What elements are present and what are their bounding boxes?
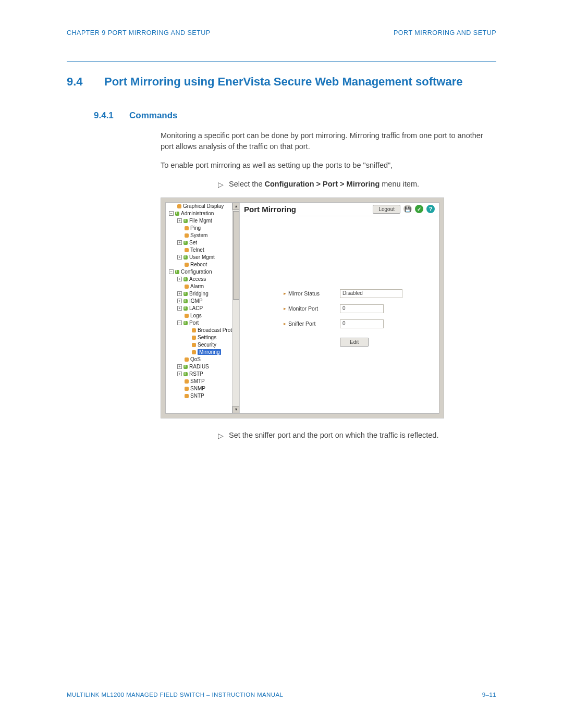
tree-item[interactable]: +Set: [166, 239, 239, 246]
tree-item[interactable]: Alarm: [166, 283, 239, 290]
arrow-icon: [185, 226, 189, 230]
panel-title: Port Mirroring: [244, 205, 296, 214]
subsection-title: Commands: [129, 110, 178, 121]
tree-item[interactable]: −Port: [166, 319, 239, 327]
tree-item[interactable]: Ping: [166, 225, 239, 232]
tree-item[interactable]: Security: [166, 341, 239, 349]
arrow-icon: [185, 233, 189, 238]
expand-icon[interactable]: +: [177, 255, 182, 260]
arrow-icon: [177, 204, 181, 208]
tree-item-label: Set: [189, 240, 197, 245]
tree-item-label: Reboot: [190, 262, 207, 267]
triangle-icon: ▷: [218, 179, 224, 190]
help-icon[interactable]: ?: [426, 205, 435, 213]
nav-tree[interactable]: Graphical Display−Administration+File Mg…: [166, 203, 240, 413]
value-sniffer-port[interactable]: 0: [340, 319, 384, 328]
arrow-icon: [185, 357, 189, 362]
tree-item[interactable]: +User Mgmt: [166, 254, 239, 261]
tree-item-label: RADIUS: [189, 364, 209, 369]
tree-item[interactable]: +Bridging: [166, 290, 239, 298]
tree-item[interactable]: Reboot: [166, 261, 239, 268]
expand-icon[interactable]: +: [177, 291, 182, 296]
tree-scrollbar[interactable]: ▴ ▾: [232, 203, 239, 413]
expand-icon[interactable]: +: [177, 372, 182, 376]
expand-icon[interactable]: +: [177, 277, 182, 281]
arrow-icon: [185, 314, 189, 318]
value-monitor-port[interactable]: 0: [340, 304, 384, 313]
scroll-up-icon[interactable]: ▴: [232, 203, 240, 210]
screenshot-panel: Graphical Display−Administration+File Mg…: [161, 198, 444, 418]
tree-item-label: Port: [189, 320, 199, 326]
tree-item-label: LACP: [189, 305, 203, 311]
info-icon: [183, 365, 188, 369]
expand-icon[interactable]: +: [177, 364, 182, 369]
tree-item-label: RSTP: [189, 371, 203, 377]
tree-item[interactable]: Logs: [166, 312, 239, 319]
expand-icon[interactable]: +: [177, 299, 182, 303]
tree-item[interactable]: System: [166, 232, 239, 239]
collapse-icon[interactable]: −: [169, 211, 174, 216]
tree-item-label: Logs: [190, 313, 202, 318]
arrow-icon: [192, 328, 196, 332]
tree-item[interactable]: +RADIUS: [166, 363, 239, 371]
value-mirror-status[interactable]: Disabled: [340, 289, 402, 298]
tree-item[interactable]: +File Mgmt: [166, 217, 239, 225]
tree-item[interactable]: −Administration: [166, 210, 239, 217]
info-icon: [183, 219, 188, 223]
tree-item-label: Telnet: [190, 247, 204, 253]
info-icon: [183, 306, 188, 311]
instruction-1-text: Select the Configuration > Port > Mirror…: [229, 179, 419, 190]
info-icon: [183, 292, 188, 296]
tree-item-label: IGMP: [189, 298, 203, 304]
tree-item-label: QoS: [190, 356, 201, 362]
tree-item[interactable]: +IGMP: [166, 298, 239, 305]
tree-item[interactable]: −Configuration: [166, 268, 239, 276]
triangle-icon: ▷: [218, 430, 224, 441]
tree-item-label: Settings: [198, 335, 216, 340]
tree-item[interactable]: Broadcast Protect: [166, 327, 239, 334]
logout-button[interactable]: Logout: [373, 205, 400, 214]
arrow-icon: [185, 379, 189, 384]
instruction-2-text: Set the sniffer port and the port on whi…: [229, 430, 438, 441]
tree-item-label: Access: [189, 276, 206, 282]
tree-item[interactable]: Settings: [166, 334, 239, 341]
tree-item[interactable]: +Access: [166, 276, 239, 283]
arrow-icon: [192, 350, 196, 354]
paragraph-1: Monitoring a specific port can be done b…: [161, 130, 496, 153]
header-left: CHAPTER 9 PORT MIRRORING AND SETUP: [67, 29, 211, 36]
mirroring-form: ▸Mirror Status Disabled ▸Monitor Port 0 …: [284, 289, 402, 347]
scroll-down-icon[interactable]: ▾: [232, 406, 240, 413]
edit-button[interactable]: Edit: [340, 338, 369, 347]
expand-icon[interactable]: +: [177, 218, 182, 223]
tree-item[interactable]: +LACP: [166, 305, 239, 312]
tree-item-label: Graphical Display: [183, 203, 224, 209]
tree-item[interactable]: Telnet: [166, 246, 239, 254]
info-icon: [175, 212, 179, 216]
scroll-thumb[interactable]: [233, 211, 239, 300]
label-mirror-status: Mirror Status: [288, 290, 320, 297]
tree-item-label: Alarm: [190, 283, 204, 289]
collapse-icon[interactable]: −: [169, 269, 174, 274]
save-icon[interactable]: 💾: [403, 205, 412, 213]
tree-item[interactable]: SNTP: [166, 392, 239, 400]
tree-item[interactable]: Mirroring: [166, 349, 239, 356]
header-right: PORT MIRRORING AND SETUP: [394, 29, 496, 36]
expand-icon[interactable]: +: [177, 240, 182, 245]
tree-item[interactable]: QoS: [166, 356, 239, 363]
tree-item[interactable]: SNMP: [166, 385, 239, 392]
expand-icon[interactable]: +: [177, 306, 182, 311]
tree-item-label: Administration: [181, 211, 214, 216]
info-icon: [183, 299, 188, 303]
tree-item-label: Mirroring: [198, 349, 221, 355]
refresh-icon[interactable]: ✓: [415, 205, 423, 213]
collapse-icon[interactable]: −: [177, 320, 182, 325]
tree-item[interactable]: Graphical Display: [166, 203, 239, 210]
tree-item-label: User Mgmt: [189, 254, 215, 260]
tree-item[interactable]: SMTP: [166, 378, 239, 385]
info-icon: [183, 241, 188, 245]
instr1-post: menu item.: [380, 180, 419, 188]
tree-item-label: SNMP: [190, 386, 205, 391]
tree-item[interactable]: +RSTP: [166, 371, 239, 378]
tree-item-label: SMTP: [190, 378, 205, 384]
subsection-heading: 9.4.1 Commands: [94, 110, 496, 121]
